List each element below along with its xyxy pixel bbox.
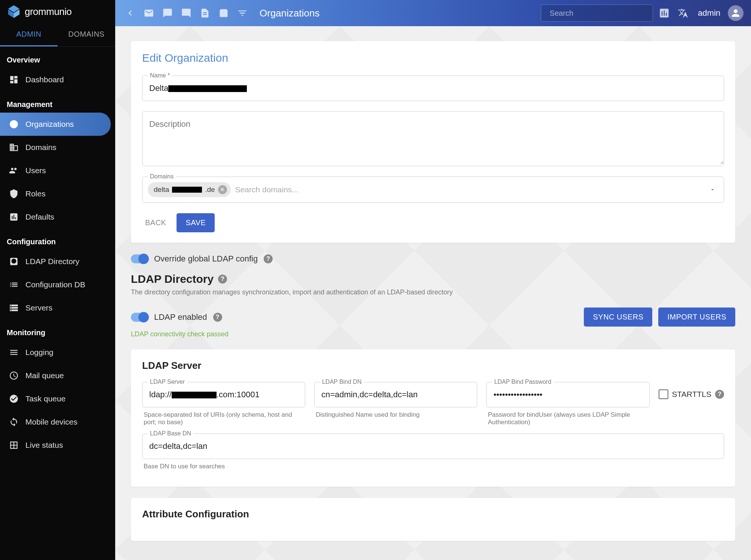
section-overview: Overview (0, 47, 115, 68)
edit-organization-card: Edit Organization Name * Delta Domains d… (131, 41, 735, 243)
sidebar-item-dashboard[interactable]: Dashboard (0, 68, 111, 91)
search-box[interactable] (541, 4, 653, 22)
chat-icon[interactable] (160, 6, 175, 21)
edit-org-title: Edit Organization (142, 52, 724, 64)
ldap-connectivity-status: LDAP connectivity check passed (131, 330, 735, 338)
description-input[interactable] (142, 112, 724, 164)
topbar: Organizations admin (115, 0, 751, 26)
ldap-directory-heading: LDAP Directory ? (131, 273, 735, 285)
logo-icon (7, 4, 21, 19)
clock-icon (9, 371, 19, 380)
attribute-config-heading: Attribute Configuration (142, 508, 724, 520)
section-management: Management (0, 91, 115, 113)
sync-users-button[interactable]: SYNC USERS (584, 307, 652, 327)
starttls-checkbox[interactable] (659, 389, 668, 399)
attribute-config-card: Attribute Configuration (131, 498, 735, 541)
save-button[interactable]: SAVE (177, 213, 215, 232)
back-button[interactable]: BACK (142, 214, 169, 232)
ldap-server-field[interactable]: LDAP Server ldap://.com:10001 (142, 382, 305, 407)
sidebar-item-defaults[interactable]: Defaults (0, 205, 111, 229)
section-configuration: Configuration (0, 229, 115, 250)
menu-icon (9, 348, 19, 357)
domains-icon (9, 143, 19, 152)
ldap-basedn-field[interactable]: LDAP Base DN (142, 434, 724, 459)
chevron-down-icon[interactable] (648, 9, 649, 18)
brand-text: grommunio (25, 6, 72, 18)
filter-icon[interactable] (235, 6, 250, 21)
sidebar-item-logging[interactable]: Logging (0, 341, 111, 364)
ldap-server-heading: LDAP Server (142, 360, 724, 371)
ldap-binddn-field[interactable]: LDAP Bind DN (314, 382, 477, 407)
override-toggle[interactable] (131, 254, 148, 263)
redacted (168, 85, 247, 92)
translate-icon[interactable] (675, 6, 690, 21)
section-monitoring: Monitoring (0, 319, 115, 341)
storage-icon (9, 303, 19, 313)
task-icon (9, 394, 19, 404)
page-title: Organizations (260, 7, 319, 19)
sidebar-item-domains[interactable]: Domains (0, 136, 111, 159)
domains-search-input[interactable] (235, 185, 705, 194)
chip-remove-icon[interactable]: ✕ (218, 185, 227, 194)
help-icon[interactable]: ? (213, 313, 222, 322)
tab-domains[interactable]: DOMAINS (58, 23, 115, 46)
domain-chip: delta.de ✕ (148, 182, 231, 197)
sidebar-item-organizations[interactable]: Organizations (0, 113, 111, 136)
sidebar: grommunio ADMIN DOMAINS Overview Dashboa… (0, 0, 115, 560)
ldap-directory-sub: The directory configuration manages sync… (131, 288, 735, 296)
table-icon (9, 440, 19, 450)
sidebar-item-mobiledevices[interactable]: Mobile devices (0, 410, 111, 434)
sidebar-item-mailqueue[interactable]: Mail queue (0, 364, 111, 387)
users-icon (9, 166, 19, 175)
ldap-bindpw-field[interactable]: LDAP Bind Password (486, 382, 649, 407)
svg-point-3 (10, 120, 18, 128)
video-icon[interactable] (179, 6, 194, 21)
user-name[interactable]: admin (698, 8, 720, 18)
dashboard-icon (9, 75, 19, 85)
sidebar-item-roles[interactable]: Roles (0, 182, 111, 205)
shield-icon (9, 189, 19, 199)
sidebar-item-configdb[interactable]: Configuration DB (0, 273, 111, 296)
sidebar-item-taskqueue[interactable]: Task queue (0, 387, 111, 410)
ldap-icon (9, 257, 19, 266)
sidebar-item-servers[interactable]: Servers (0, 296, 111, 319)
content: Edit Organization Name * Delta Domains d… (115, 26, 751, 560)
license-icon[interactable] (657, 6, 672, 21)
brand: grommunio (0, 0, 115, 23)
search-input[interactable] (550, 9, 644, 18)
help-icon[interactable]: ? (715, 390, 724, 399)
chevron-down-icon[interactable] (709, 187, 715, 193)
organizations-icon (9, 119, 19, 129)
override-toggle-row: Override global LDAP config ? (131, 254, 735, 264)
name-field[interactable]: Name * Delta (142, 76, 724, 101)
defaults-icon (9, 212, 19, 222)
avatar-icon[interactable] (728, 5, 744, 21)
help-icon[interactable]: ? (264, 254, 273, 263)
archive-icon[interactable] (216, 6, 231, 21)
mail-icon[interactable] (141, 6, 156, 21)
file-icon[interactable] (197, 6, 212, 21)
help-icon[interactable]: ? (218, 275, 227, 284)
sidebar-item-livestatus[interactable]: Live status (0, 434, 111, 457)
list-icon (9, 280, 19, 290)
sync-icon (9, 417, 19, 427)
sidebar-item-ldap[interactable]: LDAP Directory (0, 250, 111, 273)
import-users-button[interactable]: IMPORT USERS (658, 307, 735, 327)
back-icon[interactable] (123, 6, 138, 21)
sidebar-item-users[interactable]: Users (0, 159, 111, 182)
search-icon (546, 9, 546, 18)
tab-admin[interactable]: ADMIN (0, 23, 58, 46)
description-field[interactable] (142, 111, 724, 166)
ldap-enabled-toggle[interactable] (131, 313, 148, 322)
ldap-server-card: LDAP Server LDAP Server ldap://.com:1000… (131, 349, 735, 487)
domains-field[interactable]: Domains delta.de ✕ (142, 177, 724, 203)
